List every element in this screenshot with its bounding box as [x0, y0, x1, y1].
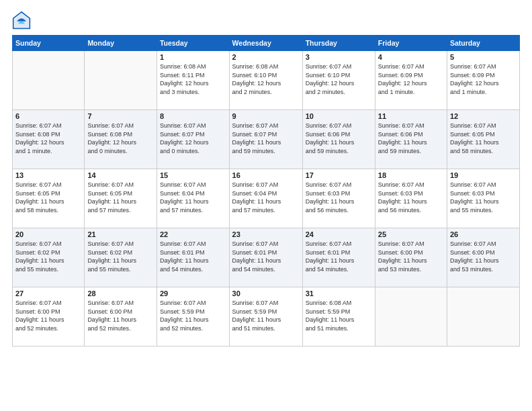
day-info: Sunrise: 6:08 AM Sunset: 6:11 PM Dayligh…	[160, 62, 226, 96]
calendar-cell: 30Sunrise: 6:07 AM Sunset: 5:59 PM Dayli…	[229, 287, 302, 347]
day-number: 28	[87, 289, 154, 298]
day-info: Sunrise: 6:07 AM Sunset: 6:02 PM Dayligh…	[15, 240, 81, 273]
day-info: Sunrise: 6:07 AM Sunset: 6:05 PM Dayligh…	[450, 122, 517, 155]
day-info: Sunrise: 6:07 AM Sunset: 6:02 PM Dayligh…	[87, 240, 154, 273]
calendar-cell	[375, 287, 447, 347]
calendar-cell: 17Sunrise: 6:07 AM Sunset: 6:03 PM Dayli…	[302, 169, 375, 228]
calendar-cell: 12Sunrise: 6:07 AM Sunset: 6:05 PM Dayli…	[447, 110, 519, 169]
calendar-cell: 1Sunrise: 6:08 AM Sunset: 6:11 PM Daylig…	[157, 51, 229, 110]
day-number: 23	[232, 230, 300, 238]
day-info: Sunrise: 6:07 AM Sunset: 5:59 PM Dayligh…	[160, 299, 226, 332]
calendar-cell	[447, 287, 519, 347]
calendar-cell: 13Sunrise: 6:07 AM Sunset: 6:05 PM Dayli…	[13, 169, 85, 228]
logo	[12, 11, 34, 30]
day-number: 21	[87, 230, 154, 238]
day-info: Sunrise: 6:07 AM Sunset: 6:06 PM Dayligh…	[378, 122, 444, 155]
day-info: Sunrise: 6:07 AM Sunset: 6:09 PM Dayligh…	[378, 62, 444, 96]
day-info: Sunrise: 6:07 AM Sunset: 6:07 PM Dayligh…	[160, 122, 226, 155]
day-number: 1	[160, 53, 226, 61]
calendar-cell: 20Sunrise: 6:07 AM Sunset: 6:02 PM Dayli…	[13, 228, 85, 287]
calendar-cell: 22Sunrise: 6:07 AM Sunset: 6:01 PM Dayli…	[157, 228, 229, 287]
day-number: 17	[306, 171, 372, 179]
day-number: 11	[378, 112, 444, 120]
calendar-header: SundayMondayTuesdayWednesdayThursdayFrid…	[13, 36, 520, 51]
day-info: Sunrise: 6:07 AM Sunset: 5:59 PM Dayligh…	[232, 299, 300, 332]
calendar-cell: 10Sunrise: 6:07 AM Sunset: 6:06 PM Dayli…	[302, 110, 375, 169]
day-number: 29	[160, 289, 226, 298]
calendar-cell	[13, 51, 85, 110]
day-number: 24	[306, 230, 372, 238]
day-info: Sunrise: 6:07 AM Sunset: 6:09 PM Dayligh…	[450, 62, 517, 96]
page: SundayMondayTuesdayWednesdayThursdayFrid…	[0, 0, 532, 411]
calendar-cell: 31Sunrise: 6:08 AM Sunset: 5:59 PM Dayli…	[302, 287, 375, 347]
day-number: 25	[378, 230, 444, 238]
calendar-cell: 25Sunrise: 6:07 AM Sunset: 6:00 PM Dayli…	[375, 228, 447, 287]
calendar-cell: 26Sunrise: 6:07 AM Sunset: 6:00 PM Dayli…	[447, 228, 519, 287]
day-info: Sunrise: 6:07 AM Sunset: 6:05 PM Dayligh…	[87, 181, 154, 214]
day-info: Sunrise: 6:08 AM Sunset: 6:10 PM Dayligh…	[232, 62, 300, 96]
calendar-cell: 14Sunrise: 6:07 AM Sunset: 6:05 PM Dayli…	[85, 169, 157, 228]
header-day-tuesday: Tuesday	[157, 36, 229, 51]
day-number: 16	[232, 171, 300, 179]
day-number: 19	[450, 171, 517, 179]
day-info: Sunrise: 6:07 AM Sunset: 6:04 PM Dayligh…	[232, 181, 300, 214]
day-info: Sunrise: 6:07 AM Sunset: 6:03 PM Dayligh…	[378, 181, 444, 214]
calendar-cell: 7Sunrise: 6:07 AM Sunset: 6:08 PM Daylig…	[85, 110, 157, 169]
day-number: 10	[306, 112, 372, 120]
day-number: 14	[87, 171, 154, 179]
day-number: 8	[160, 112, 226, 120]
calendar-cell: 8Sunrise: 6:07 AM Sunset: 6:07 PM Daylig…	[157, 110, 229, 169]
day-info: Sunrise: 6:07 AM Sunset: 6:03 PM Dayligh…	[306, 181, 372, 214]
day-number: 6	[15, 112, 81, 120]
header	[12, 11, 520, 30]
day-info: Sunrise: 6:08 AM Sunset: 5:59 PM Dayligh…	[306, 299, 372, 332]
day-info: Sunrise: 6:07 AM Sunset: 6:07 PM Dayligh…	[232, 122, 300, 155]
header-day-friday: Friday	[375, 36, 447, 51]
day-info: Sunrise: 6:07 AM Sunset: 6:01 PM Dayligh…	[160, 240, 226, 273]
day-info: Sunrise: 6:07 AM Sunset: 6:00 PM Dayligh…	[378, 240, 444, 273]
week-row-4: 20Sunrise: 6:07 AM Sunset: 6:02 PM Dayli…	[13, 228, 520, 287]
calendar-cell: 29Sunrise: 6:07 AM Sunset: 5:59 PM Dayli…	[157, 287, 229, 347]
header-day-saturday: Saturday	[447, 36, 519, 51]
day-number: 18	[378, 171, 444, 179]
day-info: Sunrise: 6:07 AM Sunset: 6:01 PM Dayligh…	[306, 240, 372, 273]
week-row-3: 13Sunrise: 6:07 AM Sunset: 6:05 PM Dayli…	[13, 169, 520, 228]
day-number: 3	[306, 53, 372, 61]
day-number: 7	[87, 112, 154, 120]
calendar-cell: 28Sunrise: 6:07 AM Sunset: 6:00 PM Dayli…	[85, 287, 157, 347]
header-day-sunday: Sunday	[13, 36, 85, 51]
calendar-body: 1Sunrise: 6:08 AM Sunset: 6:11 PM Daylig…	[13, 51, 520, 347]
day-info: Sunrise: 6:07 AM Sunset: 6:00 PM Dayligh…	[87, 299, 154, 332]
day-info: Sunrise: 6:07 AM Sunset: 6:01 PM Dayligh…	[232, 240, 300, 273]
day-number: 9	[232, 112, 300, 120]
calendar-cell: 6Sunrise: 6:07 AM Sunset: 6:08 PM Daylig…	[13, 110, 85, 169]
week-row-1: 1Sunrise: 6:08 AM Sunset: 6:11 PM Daylig…	[13, 51, 520, 110]
day-number: 27	[15, 289, 81, 298]
header-row: SundayMondayTuesdayWednesdayThursdayFrid…	[13, 36, 520, 51]
day-info: Sunrise: 6:07 AM Sunset: 6:03 PM Dayligh…	[450, 181, 517, 214]
day-number: 26	[450, 230, 517, 238]
calendar-cell: 27Sunrise: 6:07 AM Sunset: 6:00 PM Dayli…	[13, 287, 85, 347]
day-info: Sunrise: 6:07 AM Sunset: 6:05 PM Dayligh…	[15, 181, 81, 214]
day-number: 2	[232, 53, 300, 61]
day-number: 4	[378, 53, 444, 61]
week-row-2: 6Sunrise: 6:07 AM Sunset: 6:08 PM Daylig…	[13, 110, 520, 169]
calendar-cell	[85, 51, 157, 110]
day-info: Sunrise: 6:07 AM Sunset: 6:08 PM Dayligh…	[87, 122, 154, 155]
calendar-cell: 15Sunrise: 6:07 AM Sunset: 6:04 PM Dayli…	[157, 169, 229, 228]
calendar-cell: 19Sunrise: 6:07 AM Sunset: 6:03 PM Dayli…	[447, 169, 519, 228]
day-info: Sunrise: 6:07 AM Sunset: 6:00 PM Dayligh…	[15, 299, 81, 332]
calendar-cell: 4Sunrise: 6:07 AM Sunset: 6:09 PM Daylig…	[375, 51, 447, 110]
day-number: 30	[232, 289, 300, 298]
calendar-cell: 5Sunrise: 6:07 AM Sunset: 6:09 PM Daylig…	[447, 51, 519, 110]
day-number: 13	[15, 171, 81, 179]
calendar-cell: 11Sunrise: 6:07 AM Sunset: 6:06 PM Dayli…	[375, 110, 447, 169]
calendar-cell: 9Sunrise: 6:07 AM Sunset: 6:07 PM Daylig…	[229, 110, 302, 169]
calendar-cell: 2Sunrise: 6:08 AM Sunset: 6:10 PM Daylig…	[229, 51, 302, 110]
day-info: Sunrise: 6:07 AM Sunset: 6:04 PM Dayligh…	[160, 181, 226, 214]
day-number: 22	[160, 230, 226, 238]
header-day-monday: Monday	[85, 36, 157, 51]
header-day-thursday: Thursday	[302, 36, 375, 51]
day-number: 31	[306, 289, 372, 298]
logo-icon	[12, 11, 31, 30]
